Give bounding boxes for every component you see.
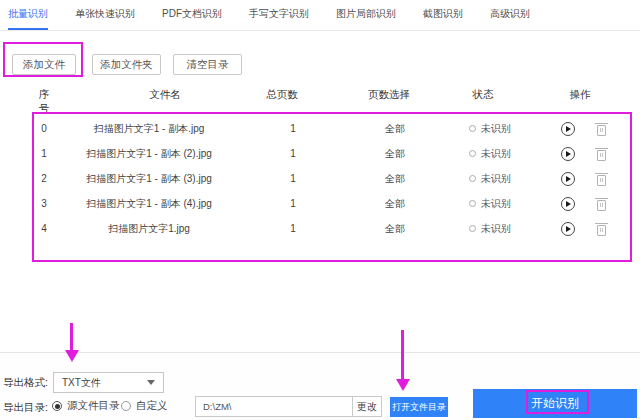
table-header: 序号 文件名 总页数 页数选择 状态 操作 <box>34 88 630 103</box>
row-pages: 1 <box>263 166 323 191</box>
row-status: 未识别 <box>440 141 540 166</box>
export-path-group: D:\ZM\ 更改 <box>195 396 382 417</box>
batch-ocr-window: 批量识别 单张快速识别 PDF文档识别 手写文字识别 图片局部识别 截图识别 高… <box>0 0 640 420</box>
trash-icon[interactable] <box>596 198 607 210</box>
play-icon[interactable] <box>561 172 575 186</box>
tab-screenshot-recognition[interactable]: 截图识别 <box>423 0 463 30</box>
row-pages: 1 <box>263 116 323 141</box>
play-icon[interactable] <box>561 147 575 161</box>
status-circle-icon <box>469 200 476 207</box>
tab-handwriting-recognition[interactable]: 手写文字识别 <box>249 0 309 30</box>
row-page-select[interactable]: 全部 <box>365 166 425 191</box>
table-row: 3 扫描图片文字1 - 副本 (4).jpg 1 全部 未识别 <box>34 191 630 216</box>
status-label: 未识别 <box>481 172 511 186</box>
row-page-select[interactable]: 全部 <box>365 141 425 166</box>
status-circle-icon <box>469 175 476 182</box>
radio-source-label: 源文件目录 <box>67 399 120 413</box>
row-actions <box>534 116 634 141</box>
row-status: 未识别 <box>440 216 540 241</box>
radio-custom-directory[interactable]: 自定义 <box>121 399 168 413</box>
row-filename: 扫描图片文字1 - 副本 (4).jpg <box>49 191 249 216</box>
tab-pdf-document-recognition[interactable]: PDF文档识别 <box>162 0 222 30</box>
row-actions <box>534 166 634 191</box>
radio-custom-label: 自定义 <box>136 399 168 413</box>
row-filename: 扫描图片文字1 - 副本 (2).jpg <box>49 141 249 166</box>
row-pages: 1 <box>263 141 323 166</box>
trash-icon[interactable] <box>596 123 607 135</box>
table-row: 2 扫描图片文字1 - 副本 (3).jpg 1 全部 未识别 <box>34 166 630 191</box>
status-circle-icon <box>469 125 476 132</box>
radio-selected-icon <box>52 401 62 411</box>
row-status: 未识别 <box>440 166 540 191</box>
change-path-button[interactable]: 更改 <box>352 397 381 416</box>
table-row: 0 扫描图片文字1 - 副本.jpg 1 全部 未识别 <box>34 116 630 141</box>
row-pages: 1 <box>263 191 323 216</box>
row-status: 未识别 <box>440 191 540 216</box>
open-file-directory-button[interactable]: 打开文件目录 <box>390 397 448 417</box>
row-filename: 扫描图片文字1.jpg <box>49 216 249 241</box>
tab-advanced-recognition[interactable]: 高级识别 <box>490 0 530 30</box>
status-label: 未识别 <box>481 147 511 161</box>
table-row: 4 扫描图片文字1.jpg 1 全部 未识别 <box>34 216 630 241</box>
row-page-select[interactable]: 全部 <box>365 191 425 216</box>
header-actions: 操作 <box>530 88 630 102</box>
row-status: 未识别 <box>440 116 540 141</box>
row-page-select[interactable]: 全部 <box>365 216 425 241</box>
export-dir-label: 导出目录: <box>3 401 48 415</box>
row-filename: 扫描图片文字1 - 副本.jpg <box>49 116 249 141</box>
export-format-value: TXT文件 <box>62 376 101 390</box>
tab-single-quick-recognition[interactable]: 单张快速识别 <box>75 0 135 30</box>
radio-unselected-icon <box>121 401 131 411</box>
status-label: 未识别 <box>481 197 511 211</box>
row-page-select[interactable]: 全部 <box>365 116 425 141</box>
trash-icon[interactable] <box>596 223 607 235</box>
trash-icon[interactable] <box>596 173 607 185</box>
status-label: 未识别 <box>481 222 511 236</box>
row-actions <box>534 141 634 166</box>
status-circle-icon <box>469 225 476 232</box>
tab-image-region-recognition[interactable]: 图片局部识别 <box>336 0 396 30</box>
add-folder-button[interactable]: 添加文件夹 <box>92 54 161 75</box>
caret-down-icon <box>147 380 155 385</box>
header-page-select: 页数选择 <box>359 88 419 102</box>
start-recognition-button[interactable]: 开始识别 <box>473 389 637 418</box>
add-file-button[interactable]: 添加文件 <box>12 54 76 75</box>
tab-batch-recognition[interactable]: 批量识别 <box>8 0 48 30</box>
row-actions <box>534 216 634 241</box>
row-actions <box>534 191 634 216</box>
annotation-box-table: 0 扫描图片文字1 - 副本.jpg 1 全部 未识别 1 扫描图片文字1 - … <box>32 112 632 262</box>
status-circle-icon <box>469 150 476 157</box>
row-filename: 扫描图片文字1 - 副本 (3).jpg <box>49 166 249 191</box>
row-pages: 1 <box>263 216 323 241</box>
play-icon[interactable] <box>561 222 575 236</box>
export-path-input[interactable]: D:\ZM\ <box>196 397 352 416</box>
header-status: 状态 <box>433 88 533 102</box>
export-format-dropdown[interactable]: TXT文件 <box>53 372 164 393</box>
play-icon[interactable] <box>561 122 575 136</box>
table-row: 1 扫描图片文字1 - 副本 (2).jpg 1 全部 未识别 <box>34 141 630 166</box>
header-pages: 总页数 <box>252 88 312 102</box>
footer-panel: 导出格式: TXT文件 导出目录: 源文件目录 自定义 D:\ZM\ 更改 打开… <box>0 352 640 420</box>
status-label: 未识别 <box>481 122 511 136</box>
header-filename: 文件名 <box>65 88 265 102</box>
trash-icon[interactable] <box>596 148 607 160</box>
tab-bar: 批量识别 单张快速识别 PDF文档识别 手写文字识别 图片局部识别 截图识别 高… <box>0 0 640 31</box>
radio-source-directory[interactable]: 源文件目录 <box>52 399 120 413</box>
export-format-label: 导出格式: <box>3 376 48 390</box>
clear-list-button[interactable]: 清空目录 <box>173 54 242 75</box>
play-icon[interactable] <box>561 197 575 211</box>
